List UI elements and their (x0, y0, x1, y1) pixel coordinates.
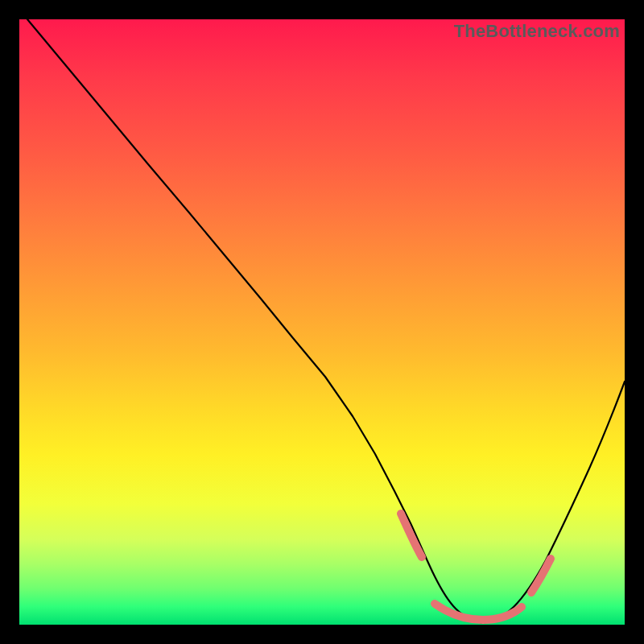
plot-area: TheBottleneck.com (19, 19, 625, 625)
valley-marker-flat (435, 604, 522, 620)
bottleneck-curve (27, 19, 625, 623)
valley-marker-left (401, 514, 422, 557)
chart-frame: TheBottleneck.com (0, 0, 644, 644)
bottleneck-curve-svg (19, 19, 625, 625)
valley-marker-right (531, 559, 551, 592)
